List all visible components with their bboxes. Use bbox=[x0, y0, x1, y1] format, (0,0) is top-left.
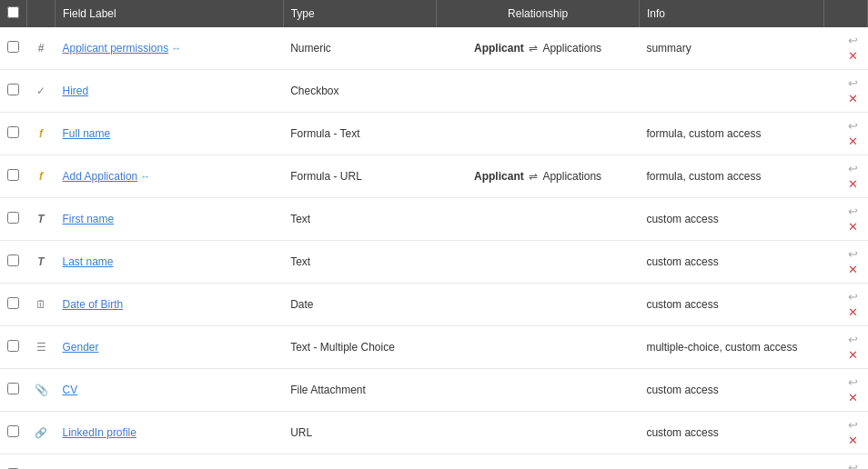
row-checkbox[interactable] bbox=[7, 169, 19, 181]
header-info: Info bbox=[639, 0, 823, 27]
field-icon: 📎 bbox=[27, 369, 56, 412]
header-type: Type bbox=[283, 0, 437, 27]
field-icon: 🔗 bbox=[27, 412, 56, 454]
field-info: custom access bbox=[639, 198, 823, 241]
field-type: Formula - Text bbox=[283, 113, 437, 155]
field-type: Address bbox=[283, 454, 437, 470]
field-type: Date bbox=[283, 284, 437, 326]
field-relationship bbox=[437, 454, 640, 470]
edit-field-button[interactable]: ↩ bbox=[845, 332, 861, 347]
delete-field-button[interactable]: ✕ bbox=[845, 48, 861, 64]
field-icon: # bbox=[27, 27, 56, 70]
field-actions: ↩ ✕ bbox=[823, 412, 867, 454]
field-label-link[interactable]: LinkedIn profile bbox=[63, 426, 136, 439]
edit-field-button[interactable]: ↩ bbox=[845, 246, 861, 262]
row-checkbox[interactable] bbox=[7, 297, 19, 309]
delete-field-button[interactable]: ✕ bbox=[845, 176, 861, 192]
table-row: ☰GenderText - Multiple Choicemultiple-ch… bbox=[0, 326, 868, 369]
field-icon: T bbox=[27, 241, 56, 284]
delete-field-button[interactable]: ✕ bbox=[845, 262, 861, 277]
delete-field-button[interactable]: ✕ bbox=[845, 390, 861, 405]
field-actions: ↩ ✕ bbox=[823, 326, 867, 369]
delete-field-button[interactable]: ✕ bbox=[845, 134, 861, 149]
field-relationship: Applicant ⇌ Applications bbox=[437, 155, 640, 198]
edit-field-button[interactable]: ↩ bbox=[845, 204, 861, 219]
edit-field-button[interactable]: ↩ bbox=[845, 118, 861, 134]
field-label-cell: Applicant permissions↔ bbox=[56, 27, 284, 70]
field-label-link[interactable]: First name bbox=[63, 213, 115, 225]
field-relationship bbox=[437, 369, 640, 412]
field-relationship bbox=[437, 241, 640, 284]
row-checkbox[interactable] bbox=[7, 84, 19, 95]
field-relationship bbox=[437, 284, 640, 326]
arrow-icon: ↔ bbox=[171, 43, 181, 54]
field-info: custom access bbox=[639, 284, 823, 326]
field-icon: T bbox=[27, 198, 56, 241]
delete-field-button[interactable]: ✕ bbox=[845, 433, 861, 448]
field-relationship bbox=[437, 326, 640, 369]
field-actions: ↩ ✕ bbox=[823, 369, 867, 412]
field-actions: ↩ ✕ bbox=[823, 155, 867, 198]
row-checkbox[interactable] bbox=[7, 126, 19, 138]
field-icon: 🗓 bbox=[27, 284, 56, 326]
table-row: TFirst nameTextcustom access ↩ ✕ bbox=[0, 198, 868, 241]
edit-field-button[interactable]: ↩ bbox=[845, 460, 861, 469]
field-label-cell: CV bbox=[56, 369, 284, 412]
field-label-link[interactable]: Applicant permissions bbox=[63, 42, 169, 55]
field-type: File Attachment bbox=[283, 369, 437, 412]
field-label-link[interactable]: Full name bbox=[63, 127, 111, 140]
field-label-link[interactable]: Hired bbox=[63, 85, 89, 97]
field-actions: ↩ ✕ bbox=[823, 70, 867, 113]
field-actions: ↩ ✕ bbox=[823, 27, 867, 70]
table-row: 🔗LinkedIn profileURLcustom access ↩ ✕ bbox=[0, 412, 868, 454]
delete-field-button[interactable]: ✕ bbox=[845, 91, 861, 106]
field-label-cell: Add Application↔ bbox=[56, 155, 284, 198]
table-row: TLast nameTextcustom access ↩ ✕ bbox=[0, 241, 868, 284]
table-row: 🗓Date of BirthDatecustom access ↩ ✕ bbox=[0, 284, 868, 326]
field-label-link[interactable]: Add Application bbox=[63, 170, 138, 183]
field-relationship bbox=[437, 412, 640, 454]
edit-field-button[interactable]: ↩ bbox=[845, 33, 861, 48]
field-label-link[interactable]: Last name bbox=[63, 255, 114, 268]
field-icon: ✓ bbox=[27, 70, 56, 113]
field-label-link[interactable]: Date of Birth bbox=[63, 298, 124, 311]
field-info: custom access bbox=[639, 369, 823, 412]
table-row: fAdd Application↔Formula - URLApplicant … bbox=[0, 155, 868, 198]
field-type: Text bbox=[283, 241, 437, 284]
field-info: custom access bbox=[639, 412, 823, 454]
row-checkbox[interactable] bbox=[7, 425, 19, 437]
fields-table: Field Label Type Relationship Info #Appl… bbox=[0, 0, 868, 469]
rel-separator: ⇌ bbox=[526, 42, 541, 55]
field-label-link[interactable]: Gender bbox=[63, 341, 99, 354]
rel-right: Applications bbox=[542, 42, 601, 55]
edit-field-button[interactable]: ↩ bbox=[845, 75, 861, 91]
table-row: ✓HiredCheckbox ↩ ✕ bbox=[0, 70, 868, 113]
rel-left: Applicant bbox=[474, 42, 524, 55]
field-info: formula, custom access bbox=[639, 155, 823, 198]
field-icon: 📍 bbox=[27, 454, 56, 470]
row-checkbox[interactable] bbox=[7, 41, 19, 53]
edit-field-button[interactable]: ↩ bbox=[845, 161, 861, 176]
select-all-checkbox[interactable] bbox=[7, 6, 19, 18]
header-check bbox=[0, 0, 27, 27]
field-type: Checkbox bbox=[283, 70, 437, 113]
field-type: Formula - URL bbox=[283, 155, 437, 198]
field-relationship bbox=[437, 113, 640, 155]
delete-field-button[interactable]: ✕ bbox=[845, 347, 861, 363]
row-checkbox[interactable] bbox=[7, 254, 19, 266]
field-label-link[interactable]: CV bbox=[63, 384, 78, 396]
rel-left: Applicant bbox=[474, 170, 524, 183]
row-checkbox[interactable] bbox=[7, 212, 19, 224]
edit-field-button[interactable]: ↩ bbox=[845, 289, 861, 304]
table-row: 📍AddressAddresscustom access ↩ ✕ bbox=[0, 454, 868, 470]
row-checkbox[interactable] bbox=[7, 383, 19, 394]
field-actions: ↩ ✕ bbox=[823, 241, 867, 284]
field-info bbox=[639, 70, 823, 113]
delete-field-button[interactable]: ✕ bbox=[845, 304, 861, 320]
delete-field-button[interactable]: ✕ bbox=[845, 219, 861, 234]
field-type: Text - Multiple Choice bbox=[283, 326, 437, 369]
edit-field-button[interactable]: ↩ bbox=[845, 417, 861, 433]
row-checkbox[interactable] bbox=[7, 340, 19, 352]
edit-field-button[interactable]: ↩ bbox=[845, 374, 861, 390]
field-label-cell: First name bbox=[56, 198, 284, 241]
